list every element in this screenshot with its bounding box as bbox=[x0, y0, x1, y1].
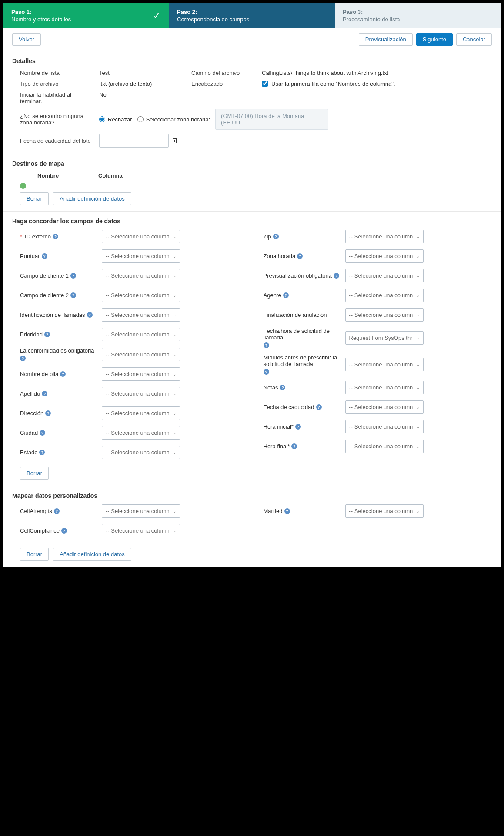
selecttz-radio[interactable] bbox=[137, 116, 144, 122]
cancel-button[interactable]: Cancelar bbox=[456, 33, 492, 46]
select-value: -- Seleccione una column bbox=[349, 361, 413, 368]
help-icon[interactable]: ? bbox=[42, 253, 47, 259]
column-select[interactable]: -- Seleccione una column⌄ bbox=[345, 230, 424, 243]
column-select[interactable]: -- Seleccione una column⌄ bbox=[102, 504, 180, 518]
column-select[interactable]: -- Seleccione una column⌄ bbox=[345, 358, 424, 371]
select-value: -- Seleccione una column bbox=[106, 390, 170, 397]
custom-clear-button[interactable]: Borrar bbox=[20, 548, 49, 561]
help-icon[interactable]: ? bbox=[45, 410, 51, 416]
column-select[interactable]: -- Seleccione una column⌄ bbox=[102, 249, 180, 263]
column-select[interactable]: -- Seleccione una column⌄ bbox=[102, 289, 180, 302]
field-label: Fecha/hora de solicitud de llamada? bbox=[264, 328, 342, 348]
column-select[interactable]: Request from SysOps thr⌄ bbox=[345, 331, 424, 345]
help-icon[interactable]: ? bbox=[53, 234, 58, 239]
help-icon[interactable]: ? bbox=[295, 424, 301, 430]
custom-section: Mapear datos personalizados CellAttempts… bbox=[3, 486, 501, 567]
filepath-value: CallingLists\Things to think about with … bbox=[262, 70, 492, 76]
help-icon[interactable]: ? bbox=[283, 292, 289, 298]
chevron-down-icon: ⌄ bbox=[416, 234, 420, 239]
column-select[interactable]: -- Seleccione una column⌄ bbox=[345, 420, 424, 433]
column-select[interactable]: -- Seleccione una column⌄ bbox=[345, 269, 424, 282]
custom-add-button[interactable]: Añadir definición de datos bbox=[53, 548, 131, 561]
chevron-down-icon: ⌄ bbox=[416, 405, 420, 410]
header-checkbox[interactable] bbox=[262, 81, 268, 87]
select-value: -- Seleccione una column bbox=[106, 292, 170, 299]
help-icon[interactable]: ? bbox=[291, 443, 297, 449]
column-select[interactable]: -- Seleccione una column⌄ bbox=[102, 426, 180, 440]
help-icon[interactable]: ? bbox=[280, 385, 285, 390]
step-1[interactable]: Paso 1: Nombre y otros detalles ✓ bbox=[3, 3, 169, 28]
select-value: -- Seleccione una column bbox=[106, 527, 170, 534]
select-value: -- Seleccione una column bbox=[106, 508, 170, 514]
column-select[interactable]: -- Seleccione una column⌄ bbox=[345, 504, 424, 518]
field-label-text: Prioridad bbox=[20, 331, 43, 338]
reject-radio[interactable] bbox=[99, 116, 105, 122]
help-icon[interactable]: ? bbox=[334, 273, 339, 279]
select-value: -- Seleccione una column bbox=[106, 331, 170, 338]
column-select[interactable]: -- Seleccione una column⌄ bbox=[102, 524, 180, 537]
field-row: Nombre de pila?-- Seleccione una column⌄ bbox=[20, 367, 249, 381]
column-select[interactable]: -- Seleccione una column⌄ bbox=[102, 328, 180, 341]
details-section: Detalles Nombre de lista Test Camino del… bbox=[3, 51, 501, 154]
column-select[interactable]: -- Seleccione una column⌄ bbox=[102, 348, 180, 361]
next-button[interactable]: Siguiente bbox=[416, 33, 453, 46]
help-icon[interactable]: ? bbox=[54, 508, 60, 514]
help-icon[interactable]: ? bbox=[70, 273, 76, 279]
step-2[interactable]: Paso 2: Correspondencia de campos bbox=[169, 3, 335, 28]
select-value: -- Seleccione una column bbox=[349, 292, 413, 299]
select-value: -- Seleccione una column bbox=[106, 371, 170, 377]
help-icon[interactable]: ? bbox=[273, 234, 279, 239]
column-select[interactable]: -- Seleccione una column⌄ bbox=[102, 367, 180, 381]
add-icon[interactable]: + bbox=[20, 183, 26, 189]
column-select[interactable]: -- Seleccione una column⌄ bbox=[102, 269, 180, 282]
column-select[interactable]: -- Seleccione una column⌄ bbox=[345, 440, 424, 453]
column-select[interactable]: -- Seleccione una column⌄ bbox=[345, 249, 424, 263]
field-label-text: Identificación de llamadas bbox=[20, 312, 85, 318]
help-icon[interactable]: ? bbox=[264, 369, 269, 375]
field-label-text: ID externo bbox=[25, 233, 51, 240]
help-icon[interactable]: ? bbox=[20, 356, 26, 361]
help-icon[interactable]: ? bbox=[87, 312, 93, 318]
column-select[interactable]: -- Seleccione una column⌄ bbox=[345, 289, 424, 302]
help-icon[interactable]: ? bbox=[39, 450, 45, 455]
help-icon[interactable]: ? bbox=[70, 292, 76, 298]
mapdest-add-button[interactable]: Añadir definición de datos bbox=[53, 192, 131, 205]
help-icon[interactable]: ? bbox=[44, 332, 50, 337]
match-clear-button[interactable]: Borrar bbox=[20, 467, 49, 480]
column-select[interactable]: -- Seleccione una column⌄ bbox=[102, 387, 180, 400]
help-icon[interactable]: ? bbox=[284, 508, 290, 514]
help-icon[interactable]: ? bbox=[40, 430, 45, 436]
column-select[interactable]: -- Seleccione una column⌄ bbox=[102, 230, 180, 243]
select-value: -- Seleccione una column bbox=[349, 443, 413, 450]
field-row: Zip?-- Seleccione una column⌄ bbox=[264, 230, 492, 243]
select-value: -- Seleccione una column bbox=[349, 404, 413, 410]
column-select[interactable]: -- Seleccione una column⌄ bbox=[345, 400, 424, 414]
column-select[interactable]: -- Seleccione una column⌄ bbox=[345, 308, 424, 322]
help-icon[interactable]: ? bbox=[316, 404, 322, 410]
back-button[interactable]: Volver bbox=[12, 33, 41, 46]
column-select[interactable]: -- Seleccione una column⌄ bbox=[102, 406, 180, 420]
column-select[interactable]: -- Seleccione una column⌄ bbox=[345, 381, 424, 394]
column-select[interactable]: -- Seleccione una column⌄ bbox=[102, 446, 180, 459]
help-icon[interactable]: ? bbox=[61, 528, 67, 534]
help-icon[interactable]: ? bbox=[264, 342, 269, 348]
select-value: -- Seleccione una column bbox=[349, 253, 413, 259]
step-3[interactable]: Paso 3: Procesamiento de lista bbox=[335, 3, 501, 28]
calendar-icon[interactable]: 🗓 bbox=[171, 137, 178, 145]
field-label-text: Apellido bbox=[20, 390, 40, 397]
expiry-input[interactable] bbox=[99, 134, 169, 148]
help-icon[interactable]: ? bbox=[60, 371, 66, 377]
match-section: Haga concordar los campos de datos *ID e… bbox=[3, 212, 501, 486]
field-row: *ID externo?-- Seleccione una column⌄ bbox=[20, 230, 249, 243]
field-row: Previsualización obligatoria?-- Seleccio… bbox=[264, 269, 492, 282]
help-icon[interactable]: ? bbox=[297, 253, 303, 259]
column-select[interactable]: -- Seleccione una column⌄ bbox=[102, 308, 180, 322]
field-row: Hora inicial*?-- Seleccione una column⌄ bbox=[264, 420, 492, 433]
mapdest-clear-button[interactable]: Borrar bbox=[20, 192, 49, 205]
field-label-text: Agente bbox=[264, 292, 281, 299]
field-label-text: Ciudad bbox=[20, 430, 38, 436]
help-icon[interactable]: ? bbox=[42, 391, 47, 396]
timezone-select[interactable]: (GMT-07:00) Hora de la Montaña (EE.UU. bbox=[215, 109, 328, 130]
chevron-down-icon: ⌄ bbox=[173, 254, 176, 259]
preview-button[interactable]: Previsualización bbox=[359, 33, 413, 46]
